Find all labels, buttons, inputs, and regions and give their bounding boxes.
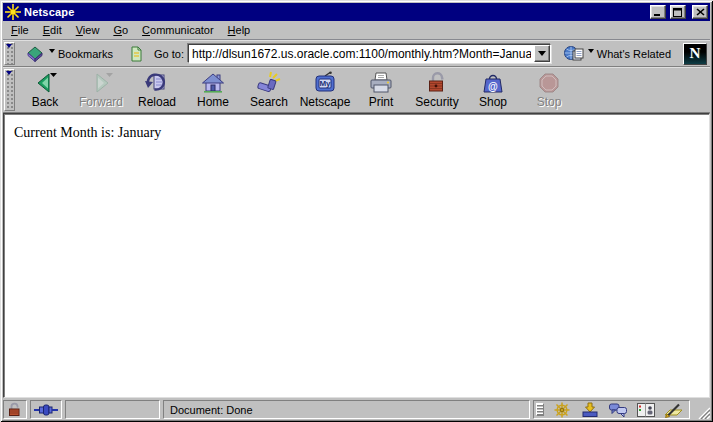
print-button[interactable]: Print: [353, 69, 409, 111]
back-icon: [32, 70, 58, 95]
bookmarks-label: Bookmarks: [58, 48, 113, 60]
status-message: Document: Done: [163, 400, 530, 419]
url-dropdown-button[interactable]: [534, 45, 550, 62]
home-label: Home: [197, 95, 229, 109]
menu-communicator[interactable]: Communicator: [135, 22, 221, 38]
stop-icon: [536, 70, 562, 95]
discussions-icon[interactable]: [605, 401, 631, 418]
svg-text:My: My: [319, 79, 331, 88]
bookmarks-button[interactable]: Bookmarks: [21, 43, 117, 65]
whats-related-globe-icon: [563, 45, 584, 63]
my-netscape-button[interactable]: My Netscape: [297, 69, 353, 111]
minimize-button[interactable]: [650, 5, 666, 19]
document-text: Current Month is: January: [14, 125, 161, 140]
reload-button[interactable]: Reload: [129, 69, 185, 111]
location-bar: Bookmarks Go to:: [3, 40, 710, 67]
menu-edit[interactable]: Edit: [36, 22, 69, 38]
online-plug-icon: [34, 404, 58, 416]
menu-help[interactable]: Help: [221, 22, 258, 38]
whats-related-dropdown-icon: [588, 49, 594, 53]
netscape-throbber[interactable]: N: [683, 43, 707, 65]
home-icon: [200, 70, 226, 95]
search-label: Search: [250, 95, 288, 109]
location-bar-grip[interactable]: [4, 42, 15, 65]
svg-text:@: @: [488, 81, 498, 92]
my-netscape-tv-icon: My: [312, 70, 338, 95]
component-bar: [533, 400, 690, 419]
shop-button[interactable]: @ Shop: [465, 69, 521, 111]
navigator-icon[interactable]: [549, 401, 575, 418]
status-bar: Document: Done: [3, 398, 710, 419]
stop-button[interactable]: Stop: [521, 69, 577, 111]
home-button[interactable]: Home: [185, 69, 241, 111]
composer-icon[interactable]: [661, 401, 687, 418]
search-flashlight-icon: [256, 70, 282, 95]
status-padlock-icon: [7, 402, 23, 417]
title-bar[interactable]: Netscape: [3, 3, 710, 21]
progress-bar: [65, 400, 160, 419]
netscape-n-logo: N: [684, 44, 706, 64]
component-bar-handle[interactable]: [536, 403, 544, 416]
netscape-window: Netscape File Edit View Go Communicator …: [0, 0, 713, 422]
security-status-panel[interactable]: [3, 400, 27, 419]
netscape-starburst-icon: [5, 4, 21, 20]
url-field-frame: [188, 44, 551, 63]
forward-icon: [88, 70, 114, 95]
print-icon: [368, 70, 394, 95]
shop-label: Shop: [479, 95, 507, 109]
page-proxy-icon[interactable]: [129, 46, 144, 62]
online-status-panel[interactable]: [30, 400, 62, 419]
reload-icon: [144, 70, 170, 95]
menu-bar: File Edit View Go Communicator Help: [3, 21, 710, 40]
browser-content-area: Current Month is: January: [3, 113, 710, 398]
menu-view[interactable]: View: [69, 22, 107, 38]
menu-file[interactable]: File: [4, 22, 36, 38]
security-label: Security: [415, 95, 458, 109]
forward-label: Forward: [79, 95, 123, 109]
address-book-icon[interactable]: [633, 401, 659, 418]
security-button[interactable]: Security: [409, 69, 465, 111]
navigation-toolbar: Back Forward Reload: [3, 67, 710, 113]
whats-related-button[interactable]: What's Related: [559, 43, 675, 65]
print-label: Print: [369, 95, 394, 109]
forward-button[interactable]: Forward: [73, 69, 129, 111]
url-input[interactable]: [189, 45, 534, 62]
stop-label: Stop: [537, 95, 562, 109]
search-button[interactable]: Search: [241, 69, 297, 111]
shop-bag-icon: @: [480, 70, 506, 95]
bookmark-icon: [25, 45, 45, 63]
whats-related-label: What's Related: [597, 48, 671, 60]
inbox-icon[interactable]: [577, 401, 603, 418]
my-netscape-label: Netscape: [300, 95, 351, 109]
nav-toolbar-grip[interactable]: [4, 69, 15, 111]
window-resize-grip[interactable]: [693, 400, 710, 419]
close-button[interactable]: [692, 5, 708, 19]
back-button[interactable]: Back: [17, 69, 73, 111]
back-label: Back: [32, 95, 59, 109]
goto-label: Go to:: [154, 48, 184, 60]
reload-label: Reload: [138, 95, 176, 109]
security-padlock-icon: [424, 70, 450, 95]
bookmarks-dropdown-icon: [49, 49, 55, 53]
menu-go[interactable]: Go: [106, 22, 135, 38]
window-title: Netscape: [24, 6, 646, 18]
maximize-button[interactable]: [670, 5, 686, 19]
